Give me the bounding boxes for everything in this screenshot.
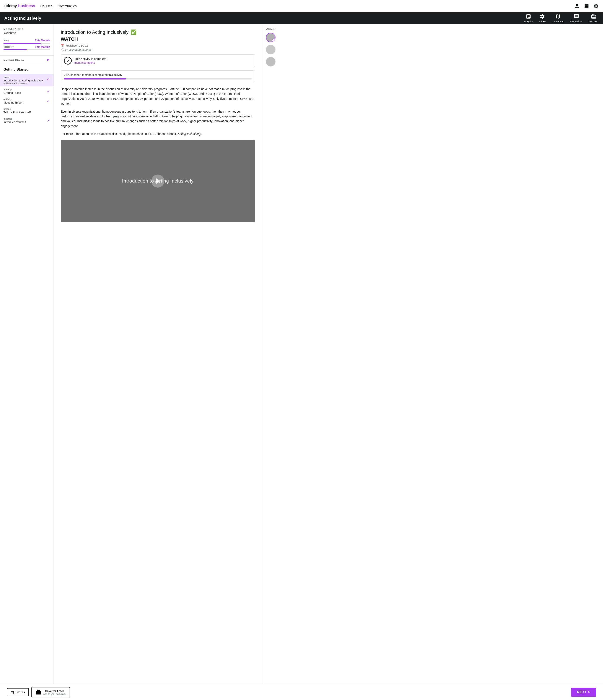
notes-label: Notes xyxy=(17,691,25,694)
nav-admin[interactable]: admin xyxy=(539,14,546,23)
discussions-label: discussions xyxy=(570,20,583,23)
save-label: Save for Later xyxy=(43,690,66,693)
check-icon-activity2: ✓ xyxy=(47,99,50,103)
cohort-panel-label: COHORT xyxy=(266,28,275,30)
avatar-2[interactable] xyxy=(266,45,275,54)
date-meta: MONDAY DEC 12 xyxy=(66,44,89,47)
item-type-activity1: activity xyxy=(3,88,21,91)
admin-label: admin xyxy=(539,20,546,23)
section-title: Getting Started xyxy=(0,66,53,74)
sidebar-item-profile[interactable]: profile Tell Us About Yourself xyxy=(0,106,53,116)
cohort-progress-section: 33% of cohort members completed this act… xyxy=(61,70,255,82)
notes-button[interactable]: Notes xyxy=(7,688,29,696)
complete-banner: This activity is complete! mark incomple… xyxy=(61,54,255,67)
avatar-3[interactable] xyxy=(266,57,275,67)
item-type-profile: profile xyxy=(3,108,31,110)
clock-icon: ◯ xyxy=(61,48,64,51)
main-content: Introduction to Acting Inclusively ✅ WAT… xyxy=(54,24,262,700)
nav-analytics[interactable]: analytics xyxy=(524,14,533,23)
activity-title: Introduction to Acting Inclusively xyxy=(61,29,128,35)
cohort-bar-fill xyxy=(64,78,126,79)
backpack-label: backpack xyxy=(589,20,599,23)
item-type-activity2: activity xyxy=(3,98,23,100)
nav-backpack[interactable]: backpack xyxy=(589,14,599,23)
welcome-label: Welcome xyxy=(0,30,53,37)
you-value: This Module xyxy=(35,39,50,42)
cohort-progress-text: 33% of cohort members completed this act… xyxy=(64,73,252,76)
nav-discussions[interactable]: discussions xyxy=(570,14,583,23)
module-label: MODULE 1 OF 2 xyxy=(0,28,53,30)
top-nav-right xyxy=(574,3,599,9)
time-estimate: (4 estimated minutes) xyxy=(65,48,92,51)
main-layout: MODULE 1 OF 2 Welcome YOU This Module CO… xyxy=(0,24,603,700)
item-title-activity2: Meet the Expert xyxy=(3,101,23,104)
sidebar: MODULE 1 OF 2 Welcome YOU This Module CO… xyxy=(0,24,54,700)
item-title-profile: Tell Us About Yourself xyxy=(3,111,31,114)
item-title-activity1: Ground Rules xyxy=(3,91,21,95)
cohort-value: This Module xyxy=(35,46,50,49)
avatar-check-1: ✓ xyxy=(272,39,275,42)
course-nav-icons: analytics admin course map discussions b… xyxy=(524,14,599,23)
top-nav: udemy business Courses Communities xyxy=(0,0,603,12)
item-title-discuss: Introduce Yourself xyxy=(3,120,26,124)
progress-section: YOU This Module COHORT This Module xyxy=(0,37,53,54)
mark-incomplete-link[interactable]: mark incomplete xyxy=(74,61,107,64)
you-progress-bar xyxy=(3,43,50,44)
check-icon-watch: ✓ xyxy=(47,77,50,81)
sidebar-item-watch[interactable]: watch Introduction to Acting Inclusively… xyxy=(0,74,53,86)
right-panel: COHORT ✓ xyxy=(262,24,279,700)
item-title-watch: Introduction to Acting Inclusively xyxy=(3,79,44,82)
activity-type-label: WATCH xyxy=(61,36,255,42)
next-button[interactable]: NEXT > xyxy=(571,688,596,697)
play-triangle-icon xyxy=(156,178,161,184)
date-label: MONDAY DEC 12 xyxy=(3,58,24,61)
course-header: Acting Inclusively analytics admin cours… xyxy=(0,12,603,24)
item-type-discuss: discuss xyxy=(3,117,26,120)
save-sub-label: Add to your backpack xyxy=(43,693,66,695)
nav-courses[interactable]: Courses xyxy=(40,4,52,8)
meta-row: 📅 MONDAY DEC 12 xyxy=(61,44,255,47)
activity-header: Introduction to Acting Inclusively ✅ xyxy=(61,29,255,35)
user-icon[interactable] xyxy=(574,3,580,9)
course-title: Acting Inclusively xyxy=(4,16,41,21)
sidebar-item-activity-meet-expert[interactable]: activity Meet the Expert ✓ xyxy=(0,96,53,106)
logo-udemy: udemy xyxy=(4,4,17,8)
sidebar-item-discuss[interactable]: discuss Introduce Yourself ✓ xyxy=(0,116,53,125)
analytics-icon[interactable] xyxy=(584,3,589,9)
check-icon-discuss: ✓ xyxy=(47,118,50,123)
item-type-watch: watch xyxy=(3,76,44,78)
top-nav-left: udemy business Courses Communities xyxy=(4,4,76,8)
you-label: YOU xyxy=(3,39,9,42)
video-container[interactable]: Introduction to Acting Inclusively xyxy=(61,140,255,222)
bottom-bar: Notes Save for Later Add to your backpac… xyxy=(0,684,603,700)
save-for-later-button[interactable]: Save for Later Add to your backpack xyxy=(31,687,70,697)
cohort-bar-bg xyxy=(64,78,252,79)
body-paragraph-1: Despite a notable increase in the discus… xyxy=(61,86,255,106)
item-subtitle-watch: (4 Estimated Minutes) xyxy=(3,82,44,85)
date-arrow[interactable]: ► xyxy=(47,58,50,62)
play-button[interactable] xyxy=(151,175,164,188)
body-paragraph-3: For more information on the statistics d… xyxy=(61,131,255,136)
logo[interactable]: udemy business xyxy=(4,4,35,8)
complete-circle xyxy=(64,57,72,65)
date-row: MONDAY DEC 12 ► xyxy=(0,55,53,64)
settings-icon[interactable] xyxy=(594,3,599,9)
you-progress-fill xyxy=(3,43,41,44)
sidebar-item-activity-ground-rules[interactable]: activity Ground Rules ✓ xyxy=(0,86,53,96)
calendar-icon: 📅 xyxy=(61,44,64,47)
cohort-progress-fill xyxy=(3,49,27,50)
bottom-left: Notes Save for Later Add to your backpac… xyxy=(7,687,70,697)
logo-business: business xyxy=(18,4,35,8)
complete-text: This activity is complete! xyxy=(74,57,107,61)
nav-course-map[interactable]: course map xyxy=(552,14,564,23)
course-map-label: course map xyxy=(552,20,564,23)
body-paragraph-2: Even in diverse organizations, homogeneo… xyxy=(61,109,255,129)
nav-communities[interactable]: Communities xyxy=(58,4,77,8)
analytics-label: analytics xyxy=(524,20,533,23)
cohort-progress-bar xyxy=(3,49,50,50)
complete-check-icon: ✅ xyxy=(131,29,137,35)
avatar-1[interactable]: ✓ xyxy=(266,33,275,42)
check-icon-activity1: ✓ xyxy=(47,89,50,94)
cohort-label: COHORT xyxy=(3,46,14,48)
meta-time: ◯ (4 estimated minutes) xyxy=(61,48,255,51)
